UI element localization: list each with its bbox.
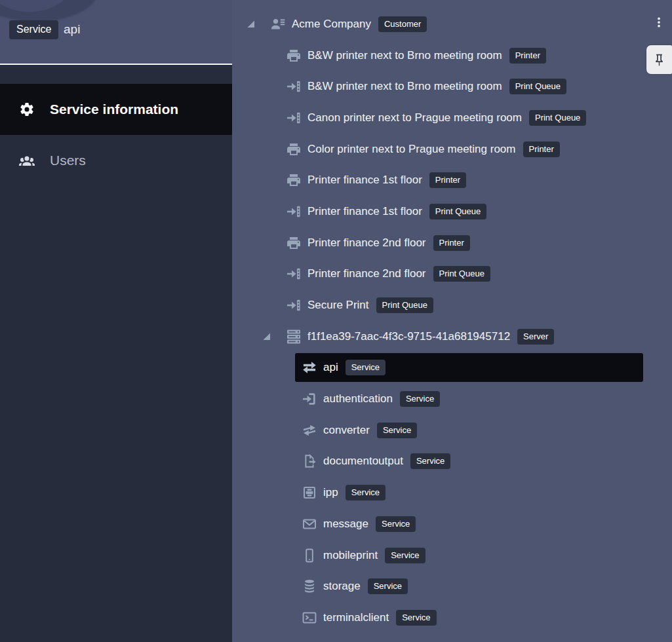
type-badge: Service <box>410 453 450 469</box>
type-badge: Printer <box>433 235 470 251</box>
terminal-icon <box>302 610 317 626</box>
printer-icon <box>286 235 302 251</box>
object-name: api <box>64 22 80 37</box>
tree-item-label: f1f1ea39-7aac-4f3c-9715-41a681945712 <box>307 330 510 343</box>
print-queue-icon <box>286 266 302 282</box>
tree-item-label: Color printer next to Prague meeting roo… <box>307 143 516 156</box>
sidebar-item-users[interactable]: Users <box>0 135 232 186</box>
tree-item[interactable]: message Service <box>232 508 672 540</box>
type-badge: Service <box>385 548 425 563</box>
object-tree[interactable]: Acme Company Customer B&W printer next t… <box>232 0 672 633</box>
sidebar-item-service-information[interactable]: Service information <box>0 84 232 135</box>
smartphone-icon <box>302 548 317 563</box>
printer-icon <box>286 48 302 64</box>
tree-item-label: Printer finance 2nd floor <box>307 267 426 280</box>
tree-item[interactable]: mobileprint Service <box>232 540 672 571</box>
type-badge: Service <box>376 516 416 532</box>
tree-item-label: Printer finance 1st floor <box>307 205 422 218</box>
printer-icon <box>286 142 302 157</box>
swap-horizontal-icon <box>302 360 317 375</box>
type-badge: Print Queue <box>529 110 586 126</box>
tree-item[interactable]: Canon printer next to Prague meeting roo… <box>232 102 672 134</box>
tree-item[interactable]: Acme Company Customer <box>232 9 672 40</box>
tree-item[interactable]: Printer finance 2nd floor Printer <box>232 227 672 259</box>
database-icon <box>302 578 317 594</box>
envelope-icon <box>302 516 317 532</box>
tree-item-label: B&W printer next to Brno meeting room <box>307 80 502 93</box>
print-queue-icon <box>286 110 302 126</box>
expander-icon[interactable] <box>262 332 286 341</box>
app-window: Service api Service information Users Ac… <box>0 0 672 642</box>
tree-pane: Acme Company Customer B&W printer next t… <box>232 0 672 642</box>
server-icon <box>286 329 302 345</box>
tree-item[interactable]: authentication Service <box>232 383 672 415</box>
type-badge: Print Queue <box>376 297 433 313</box>
type-badge: Print Queue <box>429 204 486 219</box>
type-badge: Service <box>377 423 417 438</box>
type-badge: Printer <box>509 48 546 64</box>
tree-item-label: api <box>323 361 338 374</box>
customer-icon <box>270 16 286 32</box>
tree-item[interactable]: Color printer next to Prague meeting roo… <box>232 134 672 165</box>
type-badge: Customer <box>378 16 427 32</box>
tree-item-label: mobileprint <box>323 549 378 562</box>
tree-item[interactable]: Printer finance 1st floor Printer <box>232 164 672 196</box>
type-badge: Service <box>396 610 436 626</box>
tree-item-label: documentoutput <box>323 455 403 468</box>
overflow-menu-button[interactable] <box>653 12 665 32</box>
tree-item-label: ipp <box>323 486 338 499</box>
object-type-chip: Service <box>9 20 58 39</box>
tree-item-label: message <box>323 518 368 531</box>
sidebar-item-label: Users <box>50 153 86 168</box>
type-badge: Service <box>400 391 440 407</box>
type-badge: Service <box>346 360 385 375</box>
tree-item[interactable]: documentoutput Service <box>232 446 672 478</box>
printer-box-icon <box>302 485 317 500</box>
type-badge: Server <box>517 329 554 345</box>
type-badge: Printer <box>523 142 560 157</box>
pin-button[interactable] <box>646 45 672 74</box>
tree-item-label: storage <box>323 580 361 593</box>
sidebar-item-label: Service information <box>50 102 178 117</box>
tree-item[interactable]: B&W printer next to Brno meeting room Pr… <box>232 40 672 71</box>
tree-item[interactable]: ipp Service <box>232 477 672 508</box>
tree-item-label: Printer finance 2nd floor <box>307 236 426 250</box>
tree-item-label: terminalclient <box>323 611 389 624</box>
tree-item[interactable]: storage Service <box>232 571 672 602</box>
tree-item[interactable]: api Service <box>232 352 672 384</box>
users-icon <box>19 153 35 168</box>
sidebar-nav: Service information Users <box>0 65 232 186</box>
tree-item[interactable]: Secure Print Print Queue <box>232 290 672 321</box>
type-badge: Print Queue <box>433 266 490 282</box>
tree-item[interactable]: f1f1ea39-7aac-4f3c-9715-41a681945712 Ser… <box>232 321 672 352</box>
print-queue-icon <box>286 204 302 219</box>
tree-item[interactable]: Printer finance 2nd floor Print Queue <box>232 259 672 290</box>
printer-icon <box>286 172 302 188</box>
tree-item-label: Canon printer next to Prague meeting roo… <box>307 111 522 124</box>
tree-item-label: Printer finance 1st floor <box>307 174 422 187</box>
print-queue-icon <box>286 79 302 94</box>
kebab-menu-icon <box>653 13 665 31</box>
print-queue-icon <box>286 297 302 313</box>
type-badge: Printer <box>429 172 466 188</box>
expander-icon[interactable] <box>247 20 270 28</box>
type-badge: Service <box>346 485 385 500</box>
converter-arrows-icon <box>302 423 317 438</box>
tree-item-label: Acme Company <box>292 18 371 31</box>
tree-item-label: B&W printer next to Brno meeting room <box>307 49 502 62</box>
login-icon <box>302 391 317 407</box>
tree-item[interactable]: terminalclient Service <box>232 602 672 633</box>
sidebar-header: Service api <box>0 0 232 65</box>
tree-item[interactable]: B&W printer next to Brno meeting room Pr… <box>232 71 672 102</box>
pin-icon <box>652 53 666 67</box>
file-export-icon <box>302 453 317 469</box>
gear-icon <box>19 102 35 117</box>
sidebar: Service api Service information Users <box>0 0 232 642</box>
type-badge: Service <box>368 578 408 594</box>
tree-item-label: authentication <box>323 392 393 406</box>
tree-item[interactable]: converter Service <box>232 415 672 446</box>
tree-item[interactable]: Printer finance 1st floor Print Queue <box>232 196 672 227</box>
tree-item-label: converter <box>323 424 370 437</box>
type-badge: Print Queue <box>509 79 566 94</box>
tree-item-label: Secure Print <box>307 299 369 312</box>
